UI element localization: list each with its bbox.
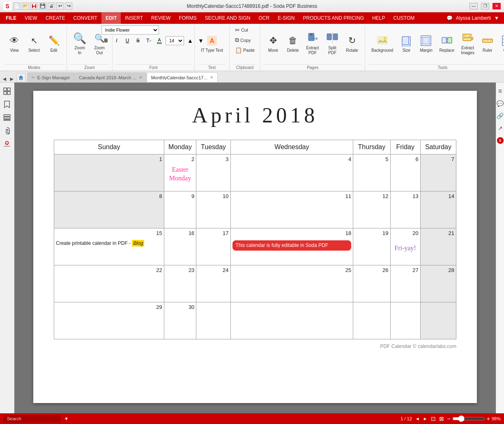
minimize-btn[interactable]: — [469, 3, 478, 9]
blog-link[interactable]: Blog [132, 240, 144, 247]
split-pdf-icon [326, 32, 339, 45]
cal-cell-5: 5 [353, 154, 390, 191]
extract-images-button[interactable]: ExtractImages [458, 30, 477, 58]
calendar-week-3: 15 Create printable calendar in PDF - Bl… [54, 228, 456, 265]
menu-tab-create[interactable]: CREATE [41, 12, 69, 24]
background-button[interactable]: Background [368, 32, 396, 55]
document-area[interactable]: April 2018 Sunday Monday Tuesday Wednesd… [14, 83, 496, 413]
zoom-slider[interactable] [452, 415, 485, 422]
paste-button[interactable]: 📋 Paste [233, 46, 257, 55]
prev-page-btn[interactable]: ◄ [415, 416, 420, 421]
menu-tab-convert[interactable]: CONVERT [69, 12, 101, 24]
menu-tab-products[interactable]: PRODUCTS AND PRICING [299, 12, 368, 24]
move-button[interactable]: ✥ Move [264, 32, 283, 55]
zoom-out-status-btn[interactable]: − [447, 415, 451, 422]
cal-cell-8: 8 [54, 191, 164, 228]
menu-tab-forms[interactable]: FORMS [175, 12, 200, 24]
menu-file[interactable]: FILE [2, 12, 21, 24]
menu-tab-esign[interactable]: E-SIGN [274, 12, 299, 24]
cut-button[interactable]: ✂ Cut [233, 25, 250, 35]
menu-tab-help[interactable]: HELP [368, 12, 389, 24]
pages-panel-icon[interactable] [2, 86, 12, 97]
attachments-panel-icon[interactable] [2, 125, 12, 136]
font-size-increase-btn[interactable]: ▲ [186, 36, 195, 45]
strikethrough-button[interactable]: S [133, 36, 143, 45]
view-button[interactable]: 👁 View [5, 32, 24, 55]
underline-button[interactable]: U [123, 36, 132, 45]
home-tab-btn[interactable] [16, 73, 25, 82]
toolbar-save2-btn[interactable]: 💾 [39, 2, 46, 10]
delete-button[interactable]: 🗑 Delete [283, 32, 302, 55]
restore-btn[interactable]: ❐ [481, 3, 489, 9]
type-text-button[interactable]: A IT Type Text [198, 32, 226, 55]
search-dropdown-icon[interactable]: ▼ [64, 416, 69, 421]
signatures-panel-icon[interactable]: S [2, 138, 12, 149]
font-name-select[interactable]: Indie Flower [101, 25, 159, 35]
toolbar-new-btn[interactable]: 📄 [13, 2, 21, 10]
bold-button[interactable]: B [101, 36, 110, 45]
italic-button[interactable]: I [112, 36, 121, 45]
replace-button[interactable]: Replace [436, 32, 457, 55]
right-sidebar: ≡ 💬 🔗 ↗ S [496, 83, 504, 413]
link-panel-icon[interactable]: 🔗 [495, 111, 504, 121]
tab-canada-april[interactable]: Canada April 2018–March ... ✕ [74, 72, 146, 82]
fit-width-btn[interactable]: ⊠ [439, 415, 444, 422]
next-page-btn[interactable]: ► [423, 416, 428, 421]
zoom-in-status-btn[interactable]: + [487, 415, 490, 422]
margin-button[interactable]: Margin [417, 32, 435, 55]
share-panel-icon[interactable]: ↗ [495, 123, 504, 134]
day-number-7: 7 [422, 156, 454, 162]
ribbon-group-modes: 👁 View ↖ Select ✏️ Edit Modes [2, 25, 67, 71]
tab-forward-btn[interactable]: ► [9, 76, 15, 82]
properties-panel-icon[interactable]: ≡ [495, 86, 504, 97]
extract-pdf-button[interactable]: ExtractPDF [303, 30, 322, 58]
search-input[interactable] [3, 415, 61, 422]
copy-label: Copy [240, 38, 251, 43]
title-bar-left: S 📄 📂 💾 🖨 ↩ ↪ [3, 2, 72, 10]
view-label: View [10, 48, 19, 53]
soda-save-icon[interactable] [30, 2, 38, 10]
menu-tab-custom[interactable]: CUSTOM [389, 12, 419, 24]
menu-tab-review[interactable]: REVIEW [147, 12, 175, 24]
tab-esign-manager[interactable]: ✏ E-Sign Manager [27, 72, 75, 82]
select-icon: ↖ [28, 34, 41, 47]
svg-rect-16 [402, 37, 409, 45]
bookmarks-panel-icon[interactable] [2, 99, 12, 110]
day-number-6: 6 [392, 156, 419, 162]
edit-button[interactable]: ✏️ Edit [44, 32, 63, 55]
split-pdf-button[interactable]: SplitPDF [323, 30, 342, 58]
toolbar-open-btn[interactable]: 📂 [22, 2, 29, 10]
svg-line-10 [316, 39, 318, 40]
tab-back-btn[interactable]: ◄ [2, 76, 7, 82]
fit-page-btn[interactable]: ⊡ [431, 415, 436, 422]
menu-tab-view[interactable]: VIEW [21, 12, 41, 24]
tab-canada-close[interactable]: ✕ [139, 75, 142, 80]
toolbar-print-btn[interactable]: 🖨 [48, 2, 55, 10]
menu-tab-secure[interactable]: SECURE AND SIGN [201, 12, 255, 24]
grid-button[interactable]: Grid [498, 32, 504, 55]
menu-tab-edit[interactable]: EDIT [101, 12, 121, 24]
menu-tab-ocr[interactable]: OCR [254, 12, 274, 24]
layers-panel-icon[interactable] [2, 112, 12, 123]
select-button[interactable]: ↖ Select [25, 32, 44, 55]
menu-tab-insert[interactable]: INSERT [121, 12, 147, 24]
soda-panel-icon[interactable]: S [495, 135, 504, 146]
copy-button[interactable]: ⧉ Copy [233, 35, 253, 45]
toolbar-undo-btn[interactable]: ↩ [56, 2, 64, 10]
rotate-button[interactable]: ↻ Rotate [343, 32, 361, 55]
svg-rect-53 [4, 120, 10, 120]
ruler-button[interactable]: Ruler [478, 32, 497, 55]
cal-cell-14: 14 [420, 191, 456, 228]
tab-monthly-cal[interactable]: MonthlyCalendar-5accc17... ✕ [147, 72, 218, 82]
margin-icon [419, 34, 433, 47]
toolbar-redo-btn[interactable]: ↪ [65, 2, 72, 10]
close-btn[interactable]: ✕ [492, 3, 501, 9]
day-number-23: 23 [166, 267, 195, 273]
zoom-in-button[interactable]: 🔍 ZoomIn [70, 30, 89, 58]
size-button[interactable]: Size [397, 32, 416, 55]
superscript-button[interactable]: T+ [144, 36, 153, 45]
comments-panel-icon[interactable]: 💬 [495, 98, 504, 109]
tab-monthly-close[interactable]: ✕ [210, 75, 213, 80]
font-color-button[interactable]: A [155, 36, 164, 45]
font-size-select[interactable]: 14 [166, 36, 184, 45]
